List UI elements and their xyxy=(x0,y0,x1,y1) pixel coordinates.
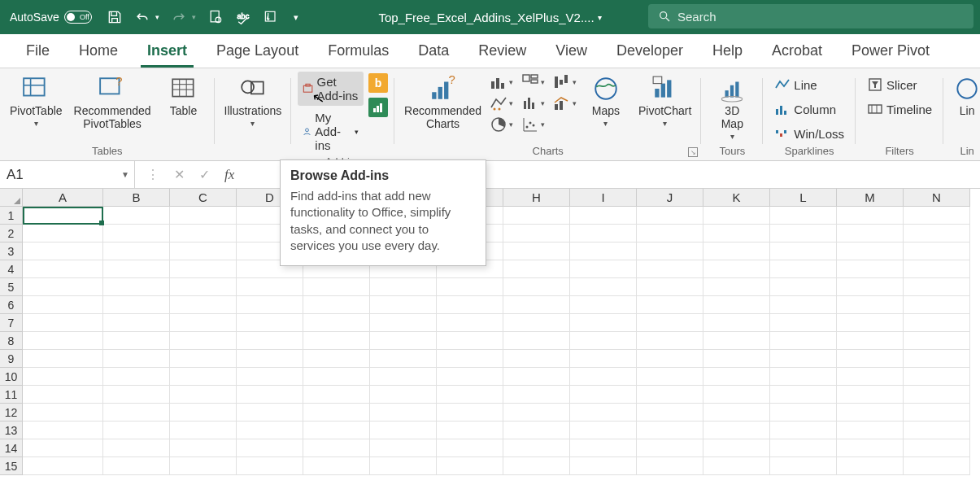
waterfall-chart-button[interactable]: ▾ xyxy=(553,73,577,91)
column-header[interactable]: K xyxy=(703,189,770,207)
cell[interactable] xyxy=(303,368,370,386)
cell[interactable] xyxy=(570,296,637,314)
undo-dropdown-icon[interactable]: ▾ xyxy=(155,13,159,21)
cell[interactable] xyxy=(837,439,904,457)
cell[interactable] xyxy=(370,422,437,439)
cell[interactable] xyxy=(770,386,837,404)
enter-icon[interactable]: ✓ xyxy=(199,167,210,182)
search-box[interactable] xyxy=(648,4,973,28)
cell[interactable] xyxy=(904,457,970,475)
cell[interactable] xyxy=(904,386,970,404)
cell[interactable] xyxy=(237,350,303,368)
qat-customize-icon[interactable]: ▾ xyxy=(290,12,302,23)
cell[interactable] xyxy=(503,278,570,296)
tab-review[interactable]: Review xyxy=(464,34,541,68)
cell[interactable] xyxy=(303,350,370,368)
row-header[interactable]: 8 xyxy=(0,332,23,350)
cell[interactable] xyxy=(437,439,503,457)
cell[interactable] xyxy=(570,422,637,439)
cell[interactable] xyxy=(23,404,103,422)
recommended-charts-button[interactable]: ? Recommended Charts xyxy=(401,72,485,130)
cell[interactable] xyxy=(370,332,437,350)
save-icon[interactable] xyxy=(107,9,123,25)
cell[interactable] xyxy=(570,368,637,386)
cell[interactable] xyxy=(437,350,503,368)
cell[interactable] xyxy=(637,350,703,368)
cell[interactable] xyxy=(23,225,103,242)
pivotchart-button[interactable]: PivotChart ▾ xyxy=(635,72,695,128)
cell[interactable] xyxy=(503,457,570,475)
cell[interactable] xyxy=(303,439,370,457)
cell[interactable] xyxy=(570,207,637,225)
cell[interactable] xyxy=(770,278,837,296)
column-header[interactable]: H xyxy=(503,189,570,207)
row-header[interactable]: 4 xyxy=(0,260,23,278)
cell[interactable] xyxy=(23,296,103,314)
cell[interactable] xyxy=(837,350,904,368)
cell[interactable] xyxy=(23,332,103,350)
cell[interactable] xyxy=(23,457,103,475)
cell[interactable] xyxy=(170,278,237,296)
scatter-chart-button[interactable]: ▾ xyxy=(521,116,545,133)
column-header[interactable]: C xyxy=(170,189,237,207)
row-header[interactable]: 2 xyxy=(0,225,23,242)
tab-power-pivot[interactable]: Power Pivot xyxy=(837,34,944,68)
cell[interactable] xyxy=(703,332,770,350)
toggle-switch[interactable]: Off xyxy=(64,11,92,24)
cell[interactable] xyxy=(170,386,237,404)
cell[interactable] xyxy=(23,350,103,368)
column-header[interactable]: L xyxy=(770,189,837,207)
title-dropdown-icon[interactable]: ▾ xyxy=(598,13,602,22)
cell[interactable] xyxy=(170,439,237,457)
cell[interactable] xyxy=(170,368,237,386)
cell[interactable] xyxy=(703,457,770,475)
timeline-button[interactable]: Timeline xyxy=(862,98,937,120)
cell[interactable] xyxy=(103,350,170,368)
cell[interactable] xyxy=(103,225,170,242)
row-header[interactable]: 12 xyxy=(0,404,23,422)
tab-view[interactable]: View xyxy=(541,34,602,68)
undo-icon[interactable] xyxy=(134,9,150,25)
cell[interactable] xyxy=(770,242,837,260)
cell[interactable] xyxy=(103,278,170,296)
cell[interactable] xyxy=(170,296,237,314)
cell[interactable] xyxy=(23,422,103,439)
cell[interactable] xyxy=(437,314,503,332)
sort-icon[interactable] xyxy=(263,9,279,25)
cell[interactable] xyxy=(170,242,237,260)
tab-acrobat[interactable]: Acrobat xyxy=(757,34,837,68)
cell[interactable] xyxy=(770,350,837,368)
cell[interactable] xyxy=(103,457,170,475)
cell[interactable] xyxy=(303,296,370,314)
row-header[interactable]: 15 xyxy=(0,457,23,475)
name-box[interactable]: A1 ▼ xyxy=(0,161,135,188)
slicer-button[interactable]: Slicer xyxy=(862,73,922,96)
cell[interactable] xyxy=(503,296,570,314)
cell[interactable] xyxy=(103,260,170,278)
cell[interactable] xyxy=(637,207,703,225)
cell[interactable] xyxy=(703,278,770,296)
column-header[interactable]: I xyxy=(570,189,637,207)
redo-dropdown-icon[interactable]: ▾ xyxy=(192,13,196,21)
chevron-down-icon[interactable]: ▾ xyxy=(355,128,359,136)
row-header[interactable]: 9 xyxy=(0,350,23,368)
cell[interactable] xyxy=(837,422,904,439)
cell[interactable] xyxy=(503,422,570,439)
cell[interactable] xyxy=(503,439,570,457)
cell[interactable] xyxy=(303,314,370,332)
cell[interactable] xyxy=(503,332,570,350)
cell[interactable] xyxy=(703,404,770,422)
spelling-icon[interactable]: abc xyxy=(235,9,251,25)
cell[interactable] xyxy=(503,404,570,422)
line-chart-button[interactable]: ▾ xyxy=(490,94,513,112)
cell[interactable] xyxy=(103,314,170,332)
cell[interactable] xyxy=(103,296,170,314)
column-chart-button[interactable]: ▾ xyxy=(490,73,513,91)
cell[interactable] xyxy=(170,332,237,350)
cell[interactable] xyxy=(904,242,970,260)
cell[interactable] xyxy=(770,439,837,457)
cell[interactable] xyxy=(370,386,437,404)
cell[interactable] xyxy=(23,278,103,296)
column-header[interactable]: N xyxy=(904,189,970,207)
people-graph-icon[interactable] xyxy=(368,98,388,117)
